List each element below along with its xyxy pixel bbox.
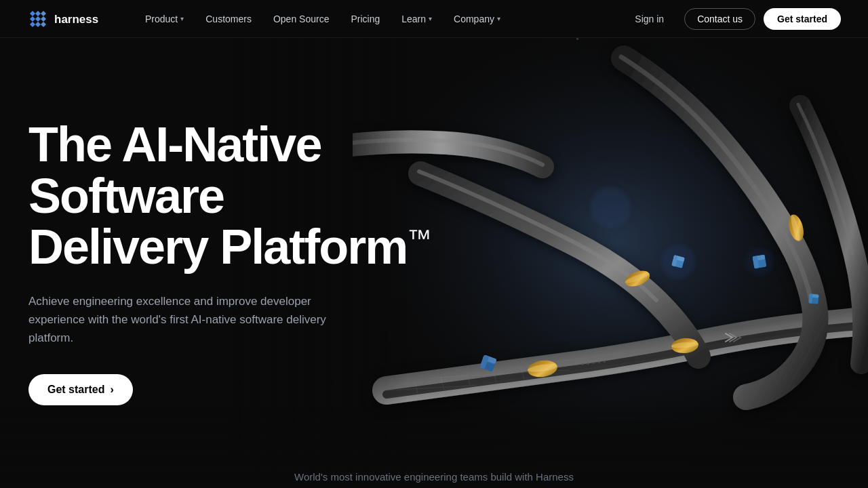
svg-rect-25	[593, 362, 595, 364]
svg-rect-24	[587, 363, 589, 365]
navbar: harness Product ▾ Customers Open Source …	[0, 0, 868, 38]
nav-item-opensource[interactable]: Open Source	[264, 9, 339, 28]
get-started-hero-button[interactable]: Get started ›	[28, 374, 133, 405]
nav-item-product[interactable]: Product ▾	[136, 9, 193, 28]
hero-content: The AI-Native Software Delivery Platform…	[28, 119, 517, 405]
nav-item-company[interactable]: Company ▾	[444, 9, 510, 28]
signin-button[interactable]: Sign in	[623, 9, 676, 29]
svg-point-38	[746, 248, 773, 275]
get-started-nav-button[interactable]: Get started	[764, 8, 841, 30]
nav-item-learn[interactable]: Learn ▾	[392, 9, 441, 28]
chevron-down-icon: ▾	[497, 15, 500, 22]
hero-section: The AI-Native Software Delivery Platform…	[0, 38, 868, 488]
hero-title: The AI-Native Software Delivery Platform…	[28, 119, 517, 273]
chevron-down-icon: ▾	[180, 15, 184, 22]
chevron-down-icon: ▾	[429, 15, 432, 22]
svg-rect-23	[582, 363, 584, 365]
nav-item-customers[interactable]: Customers	[196, 9, 261, 28]
hero-subtitle: Achieve engineering excellence and impro…	[28, 292, 354, 348]
bottom-tagline: World's most innovative engineering team…	[0, 471, 868, 488]
contact-button[interactable]: Contact us	[684, 8, 755, 30]
svg-rect-22	[576, 38, 578, 40]
svg-rect-27	[604, 361, 606, 363]
svg-text:harness: harness	[54, 13, 98, 26]
arrow-right-icon: ›	[110, 384, 113, 396]
nav-links: Product ▾ Customers Open Source Pricing …	[136, 9, 623, 28]
nav-actions: Sign in Contact us Get started	[623, 8, 841, 30]
svg-rect-26	[598, 361, 600, 363]
svg-point-37	[661, 245, 695, 279]
logo-text: harness	[54, 12, 108, 26]
svg-point-39	[590, 187, 631, 228]
logo[interactable]: harness	[27, 8, 108, 30]
nav-item-pricing[interactable]: Pricing	[341, 9, 389, 28]
